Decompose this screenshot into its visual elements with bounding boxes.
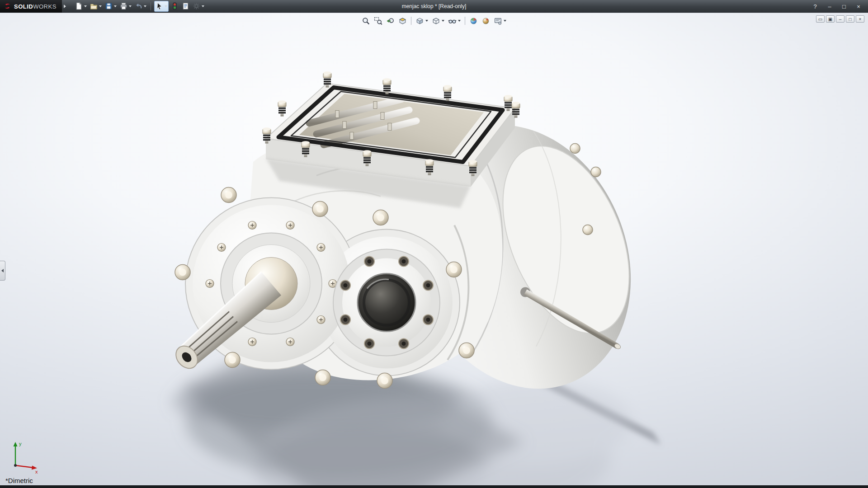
- rebuild-button[interactable]: [170, 1, 179, 12]
- app-name: SOLIDWORKS: [14, 2, 57, 10]
- menu-expand-arrow[interactable]: [64, 5, 66, 8]
- feature-panel-collapse-tab[interactable]: [0, 261, 5, 281]
- restore-button[interactable]: □: [837, 1, 851, 11]
- file-properties-icon: [182, 2, 189, 10]
- undo-icon: [135, 2, 142, 10]
- bottom-strip: [0, 485, 868, 488]
- apply-scene-button[interactable]: [480, 15, 491, 27]
- window-title: menjac sklop * [Read-only]: [402, 3, 467, 9]
- hud-separator: [411, 17, 411, 25]
- view-settings-button[interactable]: [492, 15, 508, 27]
- section-view-icon: [398, 17, 407, 25]
- window-controls: ? – □ ×: [808, 0, 865, 13]
- open-button[interactable]: [89, 1, 103, 12]
- select-button[interactable]: [154, 1, 169, 12]
- toolbar-separator: [151, 2, 151, 10]
- open-dropdown-arrow[interactable]: [99, 5, 102, 7]
- section-view-button[interactable]: [397, 15, 408, 27]
- hide-show-items-icon: [448, 17, 457, 25]
- app-name-light: WORKS: [33, 3, 57, 10]
- view-orientation-label: *Dimetric: [5, 477, 33, 484]
- options-icon: [193, 2, 200, 10]
- hide-show-items-dropdown-arrow[interactable]: [458, 20, 461, 22]
- triad-x-label: x: [35, 469, 38, 474]
- bearing-bore: [333, 249, 440, 356]
- titlebar: SOLIDWORKS: [0, 0, 868, 13]
- document-window-controls: ▭ ▣ – □ ×: [816, 15, 864, 23]
- zoom-to-area-button[interactable]: [373, 15, 384, 27]
- 3d-model-gearbox: [0, 13, 868, 485]
- main-toolbar: [74, 1, 205, 12]
- doc-pane-right-button[interactable]: ▣: [826, 15, 835, 23]
- edit-appearance-icon: [469, 17, 478, 25]
- save-icon: [105, 2, 113, 10]
- heads-up-toolbar: [360, 15, 508, 27]
- triad-y-label: y: [19, 441, 22, 446]
- undo-button[interactable]: [134, 1, 147, 12]
- apply-scene-icon: [481, 17, 490, 25]
- zoom-to-area-icon: [374, 17, 382, 25]
- view-orientation-button[interactable]: [414, 15, 429, 27]
- hide-show-items-button[interactable]: [447, 15, 462, 27]
- doc-minimize-button[interactable]: –: [836, 15, 844, 23]
- app-logo: SOLIDWORKS: [0, 0, 62, 13]
- print-dropdown-arrow[interactable]: [129, 5, 132, 7]
- save-dropdown-arrow[interactable]: [114, 5, 117, 7]
- select-dropdown-arrow[interactable]: [165, 5, 167, 7]
- help-button[interactable]: ?: [808, 1, 822, 11]
- options-button[interactable]: [192, 1, 205, 12]
- rebuild-icon: [171, 2, 179, 10]
- zoom-to-fit-button[interactable]: [360, 15, 372, 27]
- new-document-icon: [75, 2, 83, 10]
- options-dropdown-arrow[interactable]: [202, 5, 204, 7]
- display-style-button[interactable]: [430, 15, 446, 27]
- open-folder-icon: [90, 2, 98, 10]
- 3d-viewport[interactable]: ▭ ▣ – □ × y x *Dimetric: [0, 13, 868, 485]
- ds-logo-icon: [4, 2, 11, 10]
- edit-appearance-button[interactable]: [468, 15, 479, 27]
- display-style-icon: [432, 17, 440, 25]
- view-orientation-icon: [415, 17, 424, 25]
- undo-dropdown-arrow[interactable]: [144, 5, 146, 7]
- new-document-dropdown-arrow[interactable]: [84, 5, 87, 7]
- previous-view-button[interactable]: [385, 15, 396, 27]
- print-button[interactable]: [119, 1, 132, 12]
- collapse-arrow-icon: [1, 269, 4, 272]
- view-settings-icon: [494, 17, 502, 25]
- doc-restore-button[interactable]: □: [846, 15, 854, 23]
- select-cursor-icon: [156, 2, 163, 10]
- file-properties-button[interactable]: [181, 1, 190, 12]
- hud-separator: [465, 17, 465, 25]
- previous-view-icon: [386, 17, 395, 25]
- doc-pane-left-button[interactable]: ▭: [816, 15, 825, 23]
- new-document-button[interactable]: [74, 1, 88, 12]
- display-style-dropdown-arrow[interactable]: [442, 20, 444, 22]
- doc-close-button[interactable]: ×: [856, 15, 864, 23]
- save-button[interactable]: [104, 1, 118, 12]
- view-settings-dropdown-arrow[interactable]: [504, 20, 506, 22]
- close-button[interactable]: ×: [852, 1, 865, 11]
- view-orientation-dropdown-arrow[interactable]: [425, 20, 428, 22]
- print-icon: [120, 2, 127, 10]
- minimize-button[interactable]: –: [823, 1, 836, 11]
- orientation-triad: y x: [9, 439, 42, 474]
- zoom-to-fit-icon: [362, 17, 370, 25]
- app-name-bold: SOLID: [14, 3, 33, 10]
